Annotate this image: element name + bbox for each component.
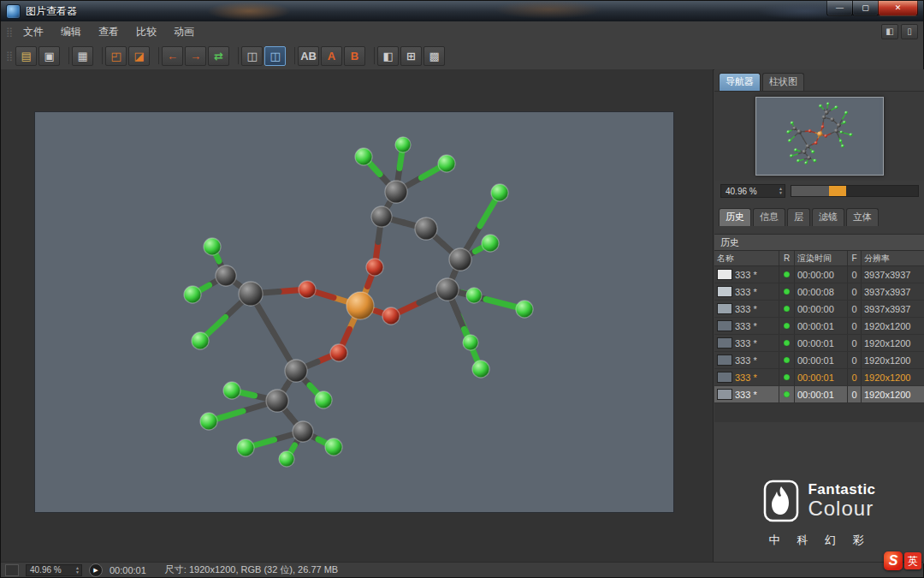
history-row[interactable]: 333 *00:00:0003937x3937	[714, 266, 924, 283]
navigator-tab[interactable]: 柱状图	[762, 73, 804, 91]
history-cell-status	[779, 386, 795, 402]
move-to-b-button[interactable]: →	[185, 46, 206, 66]
toolbar-separator	[288, 47, 295, 64]
inspector-tab[interactable]: 层	[787, 208, 810, 226]
ime-badge[interactable]: S 英	[884, 551, 921, 570]
dual-view-button[interactable]: ◧	[377, 46, 399, 66]
sogou-icon[interactable]: S	[884, 551, 903, 570]
play-button[interactable]: ▶	[89, 563, 103, 577]
compare-pair-button[interactable]: ◫	[241, 46, 263, 66]
menu-item[interactable]: 比较	[127, 22, 165, 42]
zoom-slider-lead	[791, 186, 829, 196]
statusbar-corner-box	[5, 564, 19, 576]
minimize-button[interactable]: —	[826, 1, 853, 16]
history-cell-status	[779, 266, 795, 283]
zoom-slider[interactable]	[791, 185, 919, 197]
navigator-tab[interactable]: 导航器	[719, 73, 761, 91]
history-section-header: 历史	[714, 234, 924, 251]
history-cell-name: 333 *	[714, 318, 779, 334]
render-status-dot	[784, 374, 790, 380]
render-status-dot	[784, 306, 790, 312]
zoom-input[interactable]: 40.96 % ▲▼	[720, 184, 785, 198]
history-cell-status	[779, 335, 795, 351]
history-row[interactable]: 333 *00:00:0803937x3937	[714, 283, 924, 301]
zoom-stepper[interactable]: ▲▼	[779, 187, 783, 195]
zoom-slider-handle[interactable]	[829, 186, 846, 196]
statusbar-zoom-value: 40.96 %	[30, 565, 62, 575]
statusbar-time: 00:00:01	[110, 565, 146, 575]
menu-item[interactable]: 动画	[165, 22, 203, 42]
toggle-panel-icon[interactable]: ◧	[881, 24, 898, 39]
history-cell-rendertime: 00:00:01	[795, 352, 848, 368]
window-controls: —▢✕	[827, 1, 918, 16]
history-cell-resolution: 1920x1200	[862, 369, 924, 385]
right-panel: 导航器柱状图 40.96 % ▲▼ 历史信息层滤镜立体 历史 名称R渲染时间F分…	[714, 69, 924, 563]
history-row[interactable]: 333 *00:00:0101920x1200	[714, 335, 924, 352]
history-thumbnail	[717, 337, 732, 349]
history-row[interactable]: 333 *00:00:0101920x1200	[714, 369, 924, 386]
history-row[interactable]: 333 *00:00:0101920x1200	[714, 386, 924, 403]
image-canvas[interactable]	[35, 112, 673, 512]
workspace-view-button[interactable]: ◪	[128, 46, 150, 66]
menu-item[interactable]: 文件	[15, 22, 52, 42]
maximize-button[interactable]: ▢	[852, 1, 879, 16]
layout-cascade-button[interactable]: ◰	[105, 46, 127, 66]
history-cell-frames: 0	[848, 266, 862, 283]
statusbar-zoom-input[interactable]: 40.96 % ▲▼	[26, 564, 82, 576]
history-cell-status	[779, 283, 795, 300]
inspector-tab[interactable]: 滤镜	[812, 208, 844, 226]
channel-b-button[interactable]: B	[344, 46, 365, 66]
history-cell-frames: 0	[848, 335, 862, 351]
history-cell-name: 333 *	[714, 369, 779, 385]
statusbar-zoom-stepper[interactable]: ▲▼	[75, 566, 80, 575]
save-image-button[interactable]: ▣	[38, 46, 60, 66]
inspector-tabs: 历史信息层滤镜立体	[714, 208, 924, 226]
inspector-tab[interactable]: 历史	[719, 208, 751, 226]
picture-viewer-window: 图片查看器 —▢✕ ⣿ 文件编辑查看比较动画 ◧▯ ⣿ ▤▣▦◰◪←→⇄◫◫AB…	[0, 0, 924, 578]
navigator-zoom-row: 40.96 % ▲▼	[720, 183, 919, 199]
render-status-dot	[784, 323, 790, 329]
render-status-dot	[784, 391, 790, 397]
history-cell-resolution: 3937x3937	[862, 283, 924, 300]
toolbar: ⣿ ▤▣▦◰◪←→⇄◫◫ABAB◧⊞▩	[1, 42, 923, 70]
history-thumbnail	[717, 372, 732, 383]
navigator-thumbnail[interactable]	[755, 97, 884, 176]
menu-item[interactable]: 查看	[90, 22, 127, 42]
stereo-view-button[interactable]: ▩	[424, 46, 445, 66]
inspector-tab[interactable]: 信息	[753, 208, 785, 226]
navigator-panel	[714, 91, 924, 181]
history-cell-name: 333 *	[714, 301, 779, 317]
titlebar: 图片查看器 —▢✕	[1, 1, 923, 21]
inspector-tab[interactable]: 立体	[846, 208, 879, 226]
menu-items: 文件编辑查看比较动画	[15, 22, 203, 42]
history-cell-status	[779, 369, 795, 385]
history-cell-rendertime: 00:00:01	[795, 369, 848, 385]
history-cell-rendertime: 00:00:01	[795, 318, 848, 334]
history-row[interactable]: 333 *00:00:0003937x3937	[714, 301, 924, 318]
molecule-thumbnail	[756, 98, 881, 173]
menu-item[interactable]: 编辑	[52, 22, 90, 42]
render-status-dot	[784, 271, 790, 277]
grid-view-button[interactable]: ⊞	[400, 46, 422, 66]
history-cell-rendertime: 00:00:01	[795, 335, 848, 351]
compare-ab-button[interactable]: ◫	[264, 46, 286, 66]
history-cell-name: 333 *	[714, 283, 779, 300]
channel-a-button[interactable]: A	[321, 46, 342, 66]
open-image-button[interactable]: ▤	[15, 46, 37, 66]
histogram-button[interactable]: ▦	[72, 46, 93, 66]
ime-language-indicator[interactable]: 英	[904, 552, 921, 569]
history-cell-resolution: 1920x1200	[862, 335, 924, 351]
ab-overlay-button[interactable]: AB	[298, 46, 319, 66]
flame-logo-icon	[763, 478, 799, 524]
history-row[interactable]: 333 *00:00:0101920x1200	[714, 318, 924, 335]
close-button[interactable]: ✕	[878, 1, 918, 16]
toggle-layout-icon[interactable]: ▯	[901, 24, 918, 39]
swap-ab-button[interactable]: ⇄	[208, 46, 229, 66]
app-icon[interactable]	[6, 4, 21, 19]
toolbar-separator	[368, 47, 375, 64]
render-status-dot	[784, 289, 790, 295]
move-to-a-button[interactable]: ←	[162, 46, 183, 66]
history-row[interactable]: 333 *00:00:0101920x1200	[714, 352, 924, 369]
toolbar-separator	[62, 47, 69, 64]
viewport	[1, 69, 714, 563]
